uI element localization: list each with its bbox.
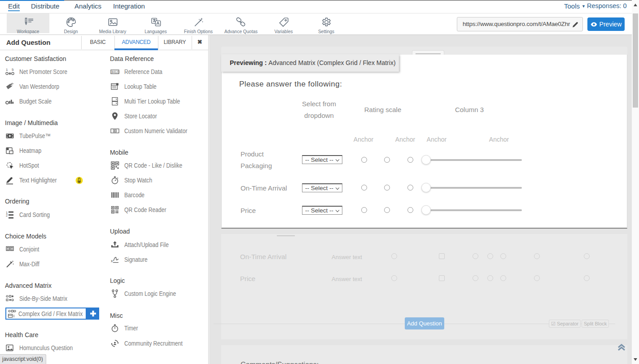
svg-text:2: 2 <box>6 213 8 217</box>
svg-text:1: 1 <box>6 68 8 72</box>
svg-text:5: 5 <box>12 68 14 72</box>
svg-text:x: x <box>111 259 113 263</box>
svg-text:84123: 84123 <box>112 70 119 74</box>
